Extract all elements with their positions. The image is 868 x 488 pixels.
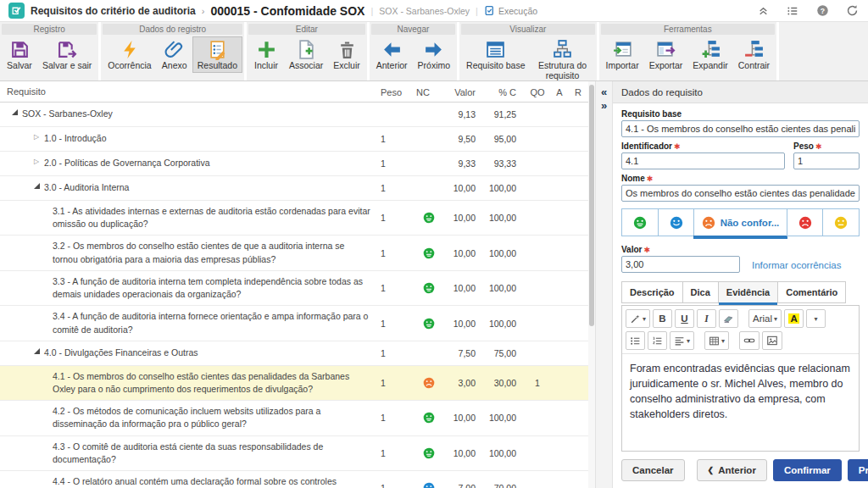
table-row[interactable]: 1.0 - Introdução 1 9,5095,00 (0, 127, 589, 152)
expand-tree-button[interactable]: Expandir (687, 36, 732, 73)
import-button[interactable]: Importar (601, 36, 644, 73)
table-row[interactable]: 4.4 - O relatóro anual contém uma declar… (0, 471, 589, 488)
rating-nao-conforme-red-button[interactable] (787, 208, 824, 236)
magic-style-button[interactable]: ▾ (626, 309, 650, 328)
underline-button[interactable]: U (675, 309, 694, 328)
save-exit-icon (57, 39, 78, 60)
org-chart-icon (552, 39, 573, 60)
tab-descricao[interactable]: Descrição (621, 281, 683, 303)
tree-expanded-icon[interactable] (29, 347, 44, 354)
name-label: Nome✱ (621, 174, 860, 183)
tree-expanded-icon[interactable] (29, 181, 44, 189)
tab-evidencia[interactable]: Evidência (718, 281, 778, 303)
table-dropdown[interactable]: ▾ (704, 331, 729, 350)
table-row[interactable]: 3.4 - A função de auditoria interna forn… (0, 306, 589, 341)
table-row[interactable]: 3.3 - A função de auditoria interna tem … (0, 271, 589, 306)
arrow-left-icon (381, 39, 403, 60)
name-field[interactable] (621, 185, 860, 202)
associate-button[interactable]: Associar (284, 36, 328, 73)
window-icon (485, 39, 506, 60)
image-button[interactable] (762, 331, 782, 350)
report-occurrences-link[interactable]: Informar ocorrências (752, 260, 841, 273)
table-row[interactable]: 3.2 - Os membros do conselho estão cient… (0, 236, 589, 270)
rating-conforme-green-button[interactable] (621, 208, 659, 236)
table-row[interactable]: 3.0 - Auditoria Interna 1 10,00100,00 (0, 176, 589, 201)
table-row[interactable]: SOX - Sarbanes-Oxley 9,1391,25 (0, 103, 589, 127)
chevron-left-icon: ❮ (708, 466, 715, 474)
required-icon: ✱ (815, 142, 822, 151)
table-row[interactable]: 4.2 - Os métodos de comunicação incluem … (0, 401, 589, 435)
table-row[interactable]: 3.1 - As atividades internas e externas … (0, 201, 589, 236)
svg-text:?: ? (820, 7, 824, 15)
export-button[interactable]: Exportar (644, 36, 688, 73)
identifier-label: Identificador✱ (621, 141, 785, 151)
table-row-selected[interactable]: 4.1 - Os membros do conselho estão cient… (0, 366, 589, 401)
lightning-icon (120, 39, 141, 60)
smile-blue-icon (670, 216, 683, 230)
previous-button[interactable]: ❮ Anterior (697, 459, 767, 481)
nc-conforme-green-icon (423, 318, 435, 330)
weight-field[interactable] (793, 152, 860, 169)
tree-collapsed-icon[interactable] (29, 132, 44, 141)
rating-nao-conforme-button[interactable]: Não confor... (693, 208, 787, 236)
rating-neutro-button[interactable] (822, 208, 860, 236)
eraser-icon (723, 313, 734, 324)
paperclip-icon (164, 39, 185, 60)
previous-record-button[interactable]: Anterior (371, 36, 413, 73)
rich-text-editor: ▾ B U I Arial▾ A (621, 305, 860, 452)
ribbon-group-visualizar: Visualizar Requisito base Estrutura do r… (459, 22, 596, 80)
save-button[interactable]: Salvar (2, 36, 37, 73)
eraser-button[interactable] (719, 309, 738, 328)
tab-comentario[interactable]: Comentário (777, 281, 846, 303)
cancel-button[interactable]: Cancelar (621, 459, 685, 481)
title-bar: Requisitos do critério de auditoria › 00… (0, 0, 868, 22)
evidence-text-area[interactable]: Foram encontradas evidências que relacio… (622, 354, 859, 451)
bullet-list-button[interactable] (626, 331, 645, 350)
link-button[interactable] (739, 331, 760, 350)
collapse-tree-button[interactable]: Contrair (733, 36, 775, 73)
breadcrumb[interactable]: Requisitos do critério de auditoria (31, 5, 196, 17)
font-color-button[interactable]: A (784, 309, 804, 328)
requirement-structure-button[interactable]: Estrutura do requisito (531, 36, 595, 82)
scrollbar-thumb[interactable] (589, 85, 594, 326)
menu-list-icon[interactable] (785, 3, 800, 19)
save-and-exit-button[interactable]: Salvar e sair (37, 36, 97, 73)
tree-expanded-icon[interactable] (7, 108, 22, 115)
stage-badge: Execução (484, 5, 537, 16)
font-color-caret-button[interactable]: ▾ (806, 309, 826, 328)
bold-button[interactable]: B (653, 309, 672, 328)
table-row[interactable]: 4.0 - Divulgações Financeiras e Outras 1… (0, 341, 589, 366)
help-icon[interactable]: ? (815, 3, 830, 19)
base-requirement-label: Requisito base (621, 109, 860, 119)
numbered-list-button[interactable] (648, 331, 667, 350)
result-button[interactable]: Resultado (192, 36, 242, 73)
export-icon (655, 39, 676, 60)
table-row[interactable]: 4.3 - O comitê de auditoria está ciente … (0, 436, 589, 471)
align-dropdown[interactable]: ▾ (670, 331, 694, 350)
tree-scrollbar[interactable] (588, 81, 595, 488)
collapse-ribbon-icon[interactable] (755, 3, 771, 19)
expand-panel-icon[interactable]: » (601, 100, 607, 112)
tree-collapsed-icon[interactable] (29, 157, 44, 165)
value-field[interactable] (621, 256, 740, 273)
occurrence-button[interactable]: Ocorrência (103, 36, 156, 73)
italic-button[interactable]: I (697, 309, 716, 328)
next-button[interactable]: Próximo ❯ (848, 459, 868, 481)
tab-dica[interactable]: Dica (682, 281, 719, 303)
table-row[interactable]: 2.0 - Políticas de Governança Corporativ… (0, 152, 589, 176)
font-family-dropdown[interactable]: Arial▾ (748, 309, 782, 328)
refresh-icon[interactable] (844, 3, 860, 19)
base-requirement-button[interactable]: Requisito base (461, 36, 530, 73)
link-icon (743, 335, 755, 347)
panel-collapse-strip: « » (596, 81, 613, 488)
delete-button[interactable]: Excluir (328, 36, 365, 73)
record-context: SOX - Sarbanes-Oxley (379, 6, 470, 16)
identifier-field[interactable] (621, 152, 785, 169)
add-button[interactable]: Incluir (248, 36, 284, 73)
rating-conforme-blue-button[interactable] (658, 208, 695, 236)
next-record-button[interactable]: Próximo (413, 36, 456, 73)
attachment-button[interactable]: Anexo (157, 36, 192, 73)
collapse-panel-icon[interactable]: « (601, 86, 607, 98)
base-requirement-field[interactable] (621, 120, 860, 137)
confirm-button[interactable]: Confirmar (773, 459, 842, 481)
